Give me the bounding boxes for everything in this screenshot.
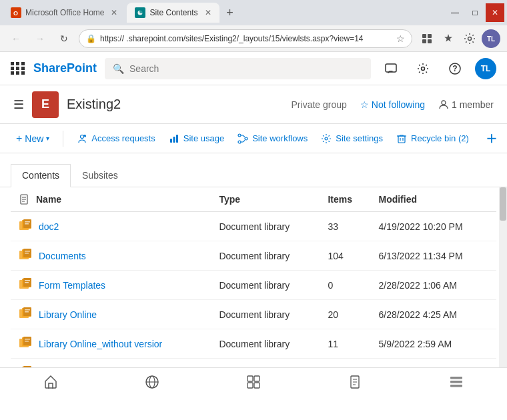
- cell-modified: 4/19/2022 10:20 PM: [370, 212, 496, 241]
- table-row[interactable]: doc2 Document library 33 4/19/2022 10:20…: [11, 212, 496, 241]
- svg-rect-12: [386, 64, 396, 72]
- tab-subsites[interactable]: Subsites: [71, 164, 129, 187]
- hamburger-menu[interactable]: ☰: [13, 97, 24, 112]
- command-bar: + New ▾ + Access requests Site usage Sit…: [0, 124, 507, 153]
- globe-nav-button[interactable]: [101, 368, 203, 395]
- new-button[interactable]: + New ▾: [11, 129, 55, 149]
- new-tab-button[interactable]: +: [221, 3, 239, 22]
- chat-icon[interactable]: [379, 57, 403, 81]
- svg-point-16: [442, 101, 446, 105]
- library-icon: [19, 336, 32, 351]
- svg-rect-32: [25, 221, 30, 223]
- cell-modified: 6/27/2022 5:04 AM: [370, 359, 496, 368]
- tab-site-contents-close[interactable]: ✕: [205, 8, 211, 17]
- tab-office-home[interactable]: O Microsoft Office Home ✕: [3, 3, 125, 23]
- svg-rect-20: [170, 139, 172, 143]
- svg-point-13: [422, 67, 425, 70]
- favorites-icon[interactable]: [439, 29, 458, 48]
- table-header-row: Name Type Items Modified: [11, 187, 496, 212]
- person-icon: [438, 99, 449, 110]
- scroll-thumb[interactable]: [500, 187, 506, 221]
- cell-name[interactable]: Documents: [11, 241, 211, 271]
- tab-site-contents[interactable]: Site Contents ✕: [127, 3, 219, 23]
- main-content: Name Type Items Modified doc2: [0, 187, 507, 367]
- apps-grid-button[interactable]: [11, 62, 25, 75]
- url-bar[interactable]: 🔒 https:// .sharepoint.com/sites/Existin…: [79, 29, 412, 48]
- scroll-track[interactable]: [499, 187, 507, 367]
- list-icon: [449, 375, 464, 389]
- svg-rect-38: [25, 253, 29, 254]
- table-row[interactable]: Library Online_without versior Document …: [11, 329, 496, 359]
- svg-rect-33: [25, 223, 29, 225]
- item-name[interactable]: Library Online_without versior: [39, 339, 162, 349]
- not-following-button[interactable]: ☆ Not following: [360, 99, 425, 110]
- site-workflows-label: Site workflows: [252, 133, 308, 143]
- col-header-type: Type: [211, 187, 320, 212]
- svg-rect-52: [25, 339, 30, 340]
- sharepoint-tab-icon: [135, 7, 145, 18]
- cell-items: 20: [320, 300, 370, 329]
- table-row[interactable]: Library Online Document library 20 6/28/…: [11, 300, 496, 329]
- home-icon: [43, 375, 58, 389]
- access-requests-button[interactable]: + Access requests: [71, 129, 160, 148]
- cell-name[interactable]: Library Online_without versior: [11, 329, 211, 359]
- office-icon: O: [11, 7, 21, 18]
- site-workflows-button[interactable]: Site workflows: [232, 129, 313, 148]
- browser-profile-avatar[interactable]: TL: [482, 29, 500, 48]
- tab-office-close[interactable]: ✕: [111, 8, 117, 17]
- svg-rect-61: [247, 376, 253, 381]
- cell-items: 24: [320, 359, 370, 368]
- cell-name[interactable]: Form Templates: [11, 271, 211, 300]
- svg-rect-37: [25, 251, 30, 252]
- site-usage-button[interactable]: Site usage: [163, 129, 229, 148]
- search-bar[interactable]: 🔍: [105, 58, 371, 79]
- grid-nav-button[interactable]: [203, 368, 304, 395]
- maximize-button[interactable]: □: [466, 3, 484, 22]
- table-row[interactable]: Documents Document library 104 6/13/2022…: [11, 241, 496, 271]
- cell-type: Document library: [211, 241, 320, 271]
- list-nav-button[interactable]: [406, 368, 507, 395]
- user-avatar[interactable]: TL: [475, 58, 496, 79]
- library-icon: [19, 277, 32, 293]
- grid-icon: [246, 375, 261, 389]
- item-name[interactable]: Documents: [39, 251, 86, 261]
- cell-type: Document library: [211, 329, 320, 359]
- settings-icon[interactable]: [460, 29, 479, 48]
- svg-point-4: [139, 9, 143, 13]
- cell-name[interactable]: Library Online: [11, 300, 211, 329]
- item-name[interactable]: Form Templates: [39, 280, 105, 291]
- member-count[interactable]: 1 member: [438, 99, 494, 110]
- document-nav-button[interactable]: [304, 368, 406, 395]
- not-following-label: Not following: [372, 99, 425, 110]
- search-input[interactable]: [129, 63, 363, 74]
- file-header-icon: [19, 194, 29, 205]
- cell-type: Document library: [211, 212, 320, 241]
- table-row[interactable]: Form Templates Document library 0 2/28/2…: [11, 271, 496, 300]
- table-row[interactable]: LibraryTest Document library 24 6/27/202…: [11, 359, 496, 368]
- settings-icon[interactable]: [411, 57, 435, 81]
- tab-bar: O Microsoft Office Home ✕ Site Contents …: [0, 0, 507, 25]
- close-button[interactable]: ✕: [486, 3, 504, 22]
- forward-button[interactable]: →: [31, 29, 49, 48]
- svg-rect-48: [25, 311, 29, 313]
- bookmark-icon[interactable]: ☆: [396, 33, 405, 44]
- site-settings-button[interactable]: Site settings: [316, 129, 388, 148]
- star-icon: ☆: [360, 99, 369, 110]
- sharepoint-logo[interactable]: SharePoint: [33, 61, 97, 75]
- expand-icon[interactable]: ✕: [482, 129, 500, 147]
- site-header-right: Private group ☆ Not following 1 member: [292, 99, 494, 110]
- extensions-icon[interactable]: [418, 29, 436, 48]
- url-text: https:// .sharepoint.com/sites/Existing2…: [100, 34, 392, 43]
- minimize-button[interactable]: —: [446, 3, 464, 22]
- back-button[interactable]: ←: [7, 29, 25, 48]
- refresh-button[interactable]: ↻: [55, 29, 73, 48]
- cell-name[interactable]: LibraryTest: [11, 359, 211, 368]
- help-icon[interactable]: ?: [443, 57, 467, 81]
- cell-name[interactable]: doc2: [11, 212, 211, 241]
- tab-contents[interactable]: Contents: [11, 164, 71, 187]
- item-name[interactable]: doc2: [39, 221, 59, 232]
- item-name[interactable]: Library Online: [39, 309, 97, 320]
- home-nav-button[interactable]: [0, 368, 101, 395]
- site-usage-icon: [169, 133, 179, 144]
- recycle-bin-button[interactable]: Recycle bin (2): [391, 129, 474, 148]
